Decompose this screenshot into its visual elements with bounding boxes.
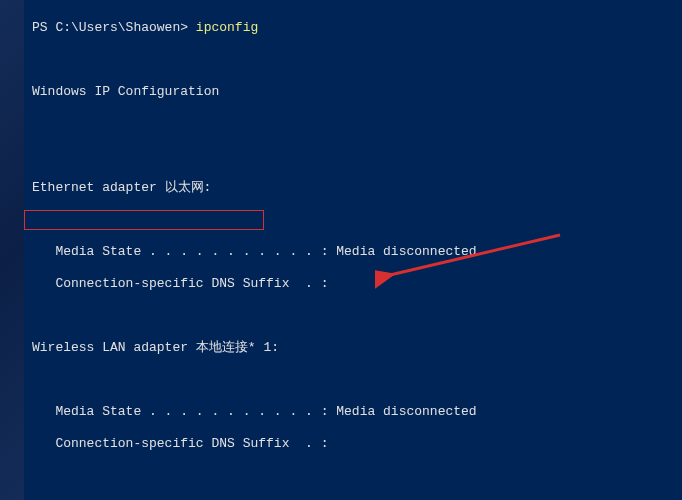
blank-line [32,372,674,388]
section-title: Ethernet adapter 以太网: [32,180,674,196]
blank-line [32,148,674,164]
blank-line [32,212,674,228]
output-line: Connection-specific DNS Suffix . : [32,276,674,292]
command-text: ipconfig [196,20,258,35]
prompt-line: PS C:\Users\Shaowen> ipconfig [32,20,674,36]
output-line: Connection-specific DNS Suffix . : [32,436,674,452]
blank-line [32,116,674,132]
powershell-terminal[interactable]: PS C:\Users\Shaowen> ipconfig Windows IP… [24,0,682,500]
blank-line [32,52,674,68]
output-line: Media State . . . . . . . . . . . : Medi… [32,404,674,420]
blank-line [32,308,674,324]
blank-line [32,468,674,484]
section-title: Wireless LAN adapter 本地连接* 1: [32,340,674,356]
output-line: Media State . . . . . . . . . . . : Medi… [32,244,674,260]
output-header: Windows IP Configuration [32,84,674,100]
prompt-prefix: PS C:\Users\Shaowen> [32,20,196,35]
